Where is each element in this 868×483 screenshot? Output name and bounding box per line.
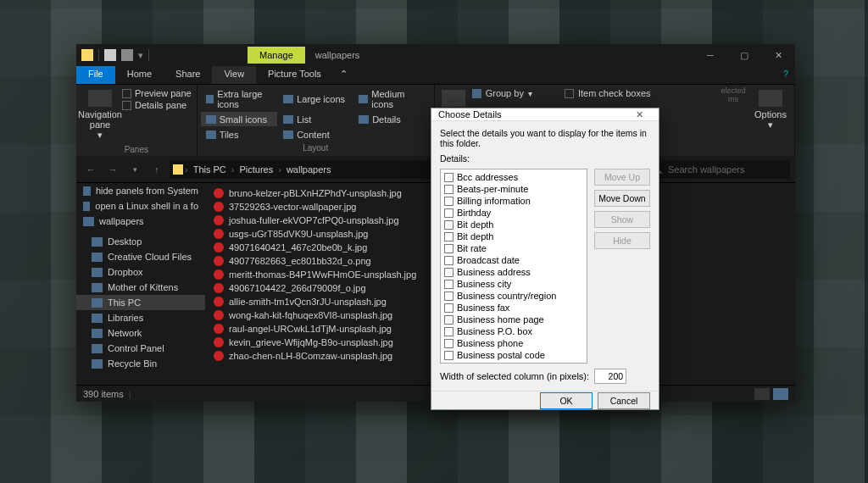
detail-option[interactable]: Business country/region bbox=[442, 290, 585, 302]
nav-item[interactable]: wallpapers bbox=[76, 214, 205, 229]
detail-option[interactable]: Business fax bbox=[442, 302, 585, 314]
navigation-pane-button[interactable]: Navigation pane▾ bbox=[80, 86, 120, 143]
search-input[interactable]: 🔍 Search wallpapers bbox=[646, 160, 790, 179]
ribbon-collapse-icon[interactable]: ⌃ bbox=[333, 66, 354, 84]
nav-item[interactable]: Mother of Kittens bbox=[76, 280, 205, 295]
detail-option[interactable]: Beats-per-minute bbox=[442, 183, 585, 195]
nav-item[interactable]: Desktop bbox=[76, 234, 205, 249]
move-up-button[interactable]: Move Up bbox=[594, 169, 650, 186]
close-icon[interactable]: ✕ bbox=[626, 109, 652, 120]
window-title: wallpapers bbox=[305, 50, 370, 60]
group-by-button[interactable]: Group by ▾ bbox=[472, 88, 532, 98]
nav-item[interactable]: Creative Cloud Files bbox=[76, 249, 205, 264]
layout-tiles[interactable]: Tiles bbox=[201, 127, 278, 142]
cancel-button[interactable]: Cancel bbox=[598, 392, 650, 409]
ribbon-group-panes: Navigation pane▾ Preview pane Details pa… bbox=[76, 85, 198, 156]
minimize-button[interactable]: ─ bbox=[693, 44, 727, 66]
layout-medium-icons[interactable]: Medium icons bbox=[353, 86, 431, 111]
ribbon-group-layout: Extra large iconsLarge iconsMedium icons… bbox=[198, 85, 435, 156]
item-count: 390 items bbox=[83, 389, 124, 399]
detail-option[interactable]: Business home page bbox=[442, 314, 585, 325]
width-input[interactable] bbox=[594, 369, 626, 384]
show-button[interactable]: Show bbox=[594, 211, 650, 228]
detail-option[interactable]: Broadcast date bbox=[442, 254, 585, 266]
ok-button[interactable]: OK bbox=[540, 392, 593, 409]
detail-option[interactable]: Business P.O. box bbox=[442, 325, 585, 337]
menu-view[interactable]: View bbox=[212, 66, 256, 84]
layout-list[interactable]: List bbox=[278, 112, 353, 126]
back-button[interactable]: ← bbox=[81, 160, 100, 179]
nav-item[interactable]: Control Panel bbox=[76, 341, 205, 356]
choose-details-dialog: Choose Details ✕ Select the details you … bbox=[431, 108, 659, 410]
detail-option[interactable]: Bcc addresses bbox=[442, 171, 585, 183]
detail-option[interactable]: Birthday bbox=[442, 207, 585, 219]
detail-option[interactable]: Business city bbox=[442, 278, 585, 290]
layout-content[interactable]: Content bbox=[278, 127, 353, 142]
dialog-title: Choose Details bbox=[438, 109, 502, 119]
dialog-titlebar[interactable]: Choose Details ✕ bbox=[431, 108, 659, 121]
layout-large-icons[interactable]: Large icons bbox=[278, 86, 353, 111]
detail-option[interactable]: Business address bbox=[442, 266, 585, 278]
move-down-button[interactable]: Move Down bbox=[594, 190, 650, 207]
detail-option[interactable]: Business phone bbox=[442, 337, 585, 349]
item-checkboxes-toggle[interactable]: Item check boxes bbox=[565, 88, 651, 98]
nav-item[interactable]: hide panels from System bbox=[76, 183, 205, 198]
layout-small-icons[interactable]: Small icons bbox=[201, 112, 278, 126]
details-label: Details: bbox=[440, 153, 650, 164]
detail-option[interactable]: Bit depth bbox=[442, 219, 585, 230]
menu-share[interactable]: Share bbox=[164, 66, 212, 84]
help-icon[interactable]: ? bbox=[776, 66, 795, 84]
qat-dropdown-icon[interactable]: ▾ bbox=[138, 50, 143, 61]
nav-item[interactable]: Libraries bbox=[76, 310, 205, 325]
up-button[interactable]: ↑ bbox=[147, 160, 166, 179]
detail-option[interactable]: Business postal code bbox=[442, 349, 585, 361]
detail-option[interactable]: Bit depth bbox=[442, 230, 585, 242]
separator bbox=[148, 49, 149, 61]
menu-picture-tools[interactable]: Picture Tools bbox=[256, 66, 333, 84]
forward-button[interactable]: → bbox=[103, 160, 122, 179]
nav-item[interactable]: Dropbox bbox=[76, 264, 205, 280]
layout-details[interactable]: Details bbox=[353, 112, 431, 126]
detail-option[interactable]: Billing information bbox=[442, 195, 585, 207]
titlebar[interactable]: ▾ Manage wallpapers ─ ▢ ✕ bbox=[76, 44, 795, 66]
ribbon-hidden-selected: electedms bbox=[716, 86, 750, 154]
recent-locations-button[interactable]: ▾ bbox=[125, 160, 144, 179]
maximize-button[interactable]: ▢ bbox=[727, 44, 761, 66]
details-listbox[interactable]: Bcc addressesBeats-per-minuteBilling inf… bbox=[440, 169, 587, 364]
nav-item[interactable]: This PC bbox=[76, 295, 205, 310]
menu-file[interactable]: File bbox=[76, 66, 115, 84]
qat-btn[interactable] bbox=[121, 49, 133, 61]
detail-option[interactable]: Bit rate bbox=[442, 242, 585, 254]
view-icons-button[interactable] bbox=[773, 388, 788, 400]
quick-access-toolbar: ▾ bbox=[76, 49, 154, 61]
preview-pane-toggle[interactable]: Preview pane bbox=[122, 88, 192, 98]
folder-icon bbox=[173, 164, 183, 175]
options-button[interactable]: Options▾ bbox=[750, 86, 791, 154]
nav-item[interactable]: Recycle Bin bbox=[76, 356, 205, 371]
nav-item[interactable]: open a Linux shell in a fo bbox=[76, 198, 205, 214]
view-details-button[interactable] bbox=[754, 388, 770, 400]
hide-button[interactable]: Hide bbox=[594, 232, 650, 249]
context-tab-manage[interactable]: Manage bbox=[248, 47, 305, 64]
nav-item[interactable]: Network bbox=[76, 325, 205, 341]
folder-icon bbox=[81, 49, 93, 61]
navigation-pane[interactable]: hide panels from Systemopen a Linux shel… bbox=[76, 183, 205, 385]
menubar: File Home Share View Picture Tools ⌃ ? bbox=[76, 66, 795, 85]
details-pane-toggle[interactable]: Details pane bbox=[122, 100, 192, 110]
layout-extra-large-icons[interactable]: Extra large icons bbox=[201, 86, 278, 111]
close-button[interactable]: ✕ bbox=[761, 44, 795, 66]
separator bbox=[98, 49, 99, 61]
menu-home[interactable]: Home bbox=[115, 66, 164, 84]
dialog-instruction: Select the details you want to display f… bbox=[440, 128, 650, 148]
width-label: Width of selected column (in pixels): bbox=[440, 371, 589, 381]
qat-btn[interactable] bbox=[104, 49, 116, 61]
